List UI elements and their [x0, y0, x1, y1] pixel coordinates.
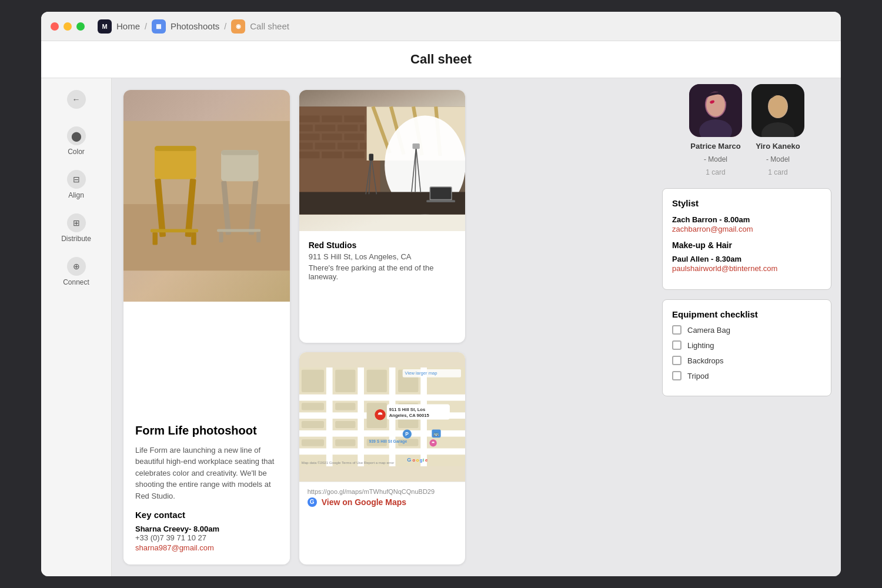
svg-rect-62 — [358, 367, 364, 466]
tripod-label: Tripod — [687, 372, 709, 380]
svg-text:Angeles, CA 90015: Angeles, CA 90015 — [389, 413, 429, 418]
view-on-google-maps-link[interactable]: View on Google Maps — [322, 497, 406, 507]
svg-rect-75 — [301, 439, 323, 446]
sidebar-item-color[interactable]: ⬤ Color — [50, 121, 103, 162]
map-card: 911 S Hill St, Los Angeles, CA 90015 P 🚌 — [299, 352, 466, 565]
svg-rect-19 — [322, 116, 342, 122]
models-row: Patrice Marco - Model 1 card — [662, 84, 831, 176]
stylist-email[interactable]: zachbarron@gmail.com — [672, 225, 821, 233]
patrice-name: Patrice Marco — [690, 142, 740, 151]
maximize-button[interactable] — [76, 22, 85, 31]
svg-rect-66 — [335, 369, 355, 392]
svg-text:Map data ©2021 Google  Terms o: Map data ©2021 Google Terms of Use Repor… — [301, 460, 394, 465]
checkbox-backdrops[interactable] — [672, 356, 681, 365]
studio-card: Red Studios 911 S Hill St, Los Angeles, … — [299, 90, 466, 343]
studio-address: 911 S Hill St, Los Angeles, CA — [309, 252, 456, 261]
breadcrumb-photoshoots[interactable]: Photoshoots — [171, 21, 219, 31]
svg-rect-15 — [256, 232, 260, 242]
makeup-name: Paul Allen - 8.30am — [672, 255, 741, 263]
svg-text:G: G — [407, 457, 411, 463]
sidebar-color-label: Color — [68, 148, 85, 156]
breadcrumb-home[interactable]: Home — [116, 21, 140, 31]
svg-rect-48 — [369, 154, 373, 161]
equipment-title: Equipment checklist — [672, 309, 821, 319]
chairs-photo-card: Form Life photoshoot Life Form are launc… — [123, 90, 290, 564]
studio-name: Red Studios — [309, 240, 456, 250]
svg-text:o: o — [416, 457, 419, 463]
checklist-item-tripod: Tripod — [672, 371, 821, 380]
main-content: Form Life photoshoot Life Form are launc… — [112, 78, 653, 576]
svg-text:g: g — [419, 457, 422, 463]
checkbox-tripod[interactable] — [672, 371, 681, 380]
svg-rect-71 — [301, 420, 323, 427]
sidebar-item-connect[interactable]: ⊕ Connect — [50, 251, 103, 292]
svg-rect-18 — [299, 116, 319, 122]
photoshoots-icon[interactable]: ▦ — [152, 19, 166, 34]
svg-rect-52 — [412, 143, 419, 149]
close-button[interactable] — [51, 22, 59, 31]
callsheet-icon[interactable]: ◉ — [231, 19, 245, 34]
chairs-photo — [123, 90, 290, 302]
svg-text:P: P — [405, 431, 409, 437]
patrice-role: - Model — [704, 155, 727, 163]
yiro-avatar — [751, 84, 804, 137]
studio-photo — [299, 90, 466, 231]
stylist-title: Stylist — [672, 198, 821, 208]
map-url: https://goo.gl/maps/mTWhufQNqCQnuBD29 — [308, 488, 457, 495]
lighting-label: Lighting — [687, 341, 714, 350]
sidebar-item-align[interactable]: ⊟ Align — [50, 164, 103, 205]
distribute-icon: ⊞ — [67, 213, 86, 232]
svg-text:939 S Hill St Garage: 939 S Hill St Garage — [369, 439, 407, 444]
yiro-name: Yiro Kaneko — [756, 142, 800, 151]
sidebar-item-distribute[interactable]: ⊞ Distribute — [50, 208, 103, 249]
svg-rect-13 — [217, 229, 260, 232]
stylist-member: Zach Barron - 8.00am zachbarron@gmail.co… — [672, 214, 821, 233]
svg-rect-57 — [299, 394, 466, 400]
svg-rect-61 — [326, 367, 332, 466]
titlebar: M Home / ▦ Photoshoots / ◉ Call sheet — [41, 12, 841, 41]
align-icon: ⊟ — [67, 170, 86, 189]
svg-rect-10 — [221, 150, 259, 155]
svg-rect-20 — [344, 116, 364, 122]
sidebar-distribute-label: Distribute — [61, 235, 91, 243]
google-g-icon: G — [308, 497, 317, 507]
sidebar: ← ⬤ Color ⊟ Align ⊞ Distribute ⊕ Connect — [41, 78, 112, 576]
makeup-member: Paul Allen - 8.30am paulshairworld@btint… — [672, 253, 821, 273]
svg-rect-36 — [344, 152, 364, 158]
svg-text:o: o — [412, 457, 415, 463]
svg-rect-14 — [219, 232, 223, 242]
svg-rect-3 — [155, 146, 196, 151]
project-title: Form Life photoshoot — [135, 424, 278, 437]
contact-email[interactable]: sharna987@gmail.com — [135, 543, 214, 552]
model-patrice: Patrice Marco - Model 1 card — [689, 84, 742, 176]
sidebar-align-label: Align — [68, 191, 84, 199]
breadcrumb-sep-2: / — [224, 22, 226, 31]
svg-rect-26 — [299, 133, 319, 140]
svg-rect-23 — [315, 125, 335, 131]
svg-text:🚌: 🚌 — [433, 430, 439, 436]
equipment-box: Equipment checklist Camera Bag Lighting … — [662, 299, 831, 396]
svg-rect-8 — [191, 232, 196, 245]
svg-rect-35 — [322, 152, 342, 158]
svg-text:View larger map: View larger map — [405, 370, 437, 376]
svg-rect-30 — [299, 142, 313, 149]
model-yiro: Yiro Kaneko - Model 1 card — [751, 84, 804, 176]
checkbox-lighting[interactable] — [672, 340, 681, 350]
map-container: 911 S Hill St, Los Angeles, CA 90015 P 🚌 — [299, 352, 466, 482]
page-header: Call sheet — [41, 41, 841, 78]
svg-rect-69 — [301, 403, 323, 410]
breadcrumb-callsheet[interactable]: Call sheet — [250, 21, 289, 31]
project-info: Form Life photoshoot Life Form are launc… — [123, 412, 290, 565]
svg-rect-6 — [151, 229, 198, 233]
checklist-item-backdrops: Backdrops — [672, 356, 821, 365]
checkbox-camera[interactable] — [672, 325, 681, 335]
patrice-cards: 1 card — [706, 168, 725, 176]
minimize-button[interactable] — [64, 22, 72, 31]
yiro-role: - Model — [766, 155, 790, 163]
home-icon[interactable]: M — [98, 19, 112, 34]
stylist-name: Zach Barron - 8.00am — [672, 215, 750, 224]
project-description: Life Form are launching a new line of be… — [135, 445, 278, 502]
makeup-email[interactable]: paulshairworld@btinternet.com — [672, 264, 821, 273]
back-button[interactable]: ← — [67, 90, 86, 109]
patrice-avatar — [689, 84, 742, 137]
